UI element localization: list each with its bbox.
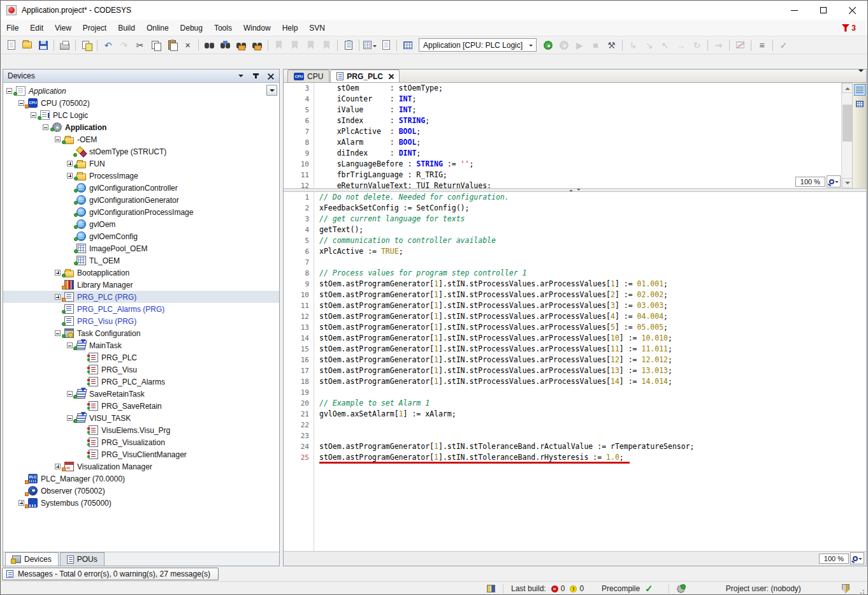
tree-item-imagepool-oem[interactable]: ImagePool_OEM [3, 242, 279, 254]
tree-item-library-manager[interactable]: Library Manager [3, 279, 279, 291]
editor-tab-cpu[interactable]: CPU [287, 70, 329, 82]
active-application-combobox[interactable]: Application [CPU: PLC Logic] [419, 38, 537, 52]
display-mode-button[interactable]: ≡ [755, 38, 769, 52]
replace-in-project-button[interactable] [250, 38, 264, 52]
menu-svn[interactable]: SVN [303, 21, 331, 35]
redo-button[interactable]: ↷ [117, 38, 131, 52]
panel-close-button[interactable] [266, 71, 275, 80]
tree-item-visuelems-visu-prg[interactable]: VisuElems.Visu_Prg [3, 424, 279, 436]
devices-panel-header[interactable]: Devices [3, 70, 279, 83]
tree-item-visu-task[interactable]: VISU_TASK [3, 412, 279, 424]
menu-help[interactable]: Help [277, 21, 304, 35]
expand-icon[interactable] [67, 173, 73, 179]
implementation-editor[interactable]: 1// Do not delete. Needed for configurat… [284, 192, 866, 552]
tree-item-bootapplication[interactable]: Bootapplication [3, 267, 279, 279]
maximize-button[interactable] [809, 1, 838, 20]
messages-bar[interactable]: Messages - Total 0 error(s), 0 warning(s… [2, 568, 219, 580]
undo-button[interactable]: ↶ [101, 38, 115, 52]
bottom-tab-devices[interactable]: Devices [5, 552, 59, 566]
bottom-tab-pous[interactable]: POUs [60, 552, 105, 566]
textual-view-button[interactable] [854, 84, 865, 96]
collapse-icon[interactable] [43, 124, 48, 130]
panel-menu-button[interactable] [236, 71, 245, 80]
paste-button[interactable] [164, 38, 179, 52]
tree-item-oem[interactable]: -OEM [3, 133, 279, 145]
implementation-zoom-button[interactable] [850, 552, 864, 564]
collapse-icon[interactable] [55, 136, 61, 142]
collapse-icon[interactable] [31, 112, 36, 118]
resize-grip[interactable] [860, 588, 866, 594]
scroll-up-button[interactable] [842, 83, 853, 93]
tree-item-prg-visuclientmanager[interactable]: PRG_VisuClientManager [3, 448, 279, 460]
tree-item-observer-705002[interactable]: Observer (705002) [3, 485, 279, 497]
start-button[interactable]: ▶ [572, 38, 587, 52]
expand-icon[interactable] [67, 161, 73, 166]
previous-bookmark-button[interactable] [287, 38, 302, 52]
tree-item-prg-plc-prg[interactable]: PRG_PLC (PRG) [3, 291, 279, 303]
tree-item-prg-saveretain[interactable]: PRG_SaveRetain [3, 400, 279, 412]
expand-icon[interactable] [55, 294, 61, 300]
tree-item-fun[interactable]: FUN [3, 158, 279, 170]
step-into-button[interactable]: ↘ [642, 38, 656, 52]
menu-view[interactable]: View [49, 21, 77, 35]
tree-item-systembus-705000[interactable]: Systembus (705000) [3, 497, 279, 509]
tree-item-processimage[interactable]: ProcessImage [3, 170, 279, 182]
tree-item-prg-visualization[interactable]: PRG_Visualization [3, 436, 279, 448]
insert-device-button[interactable] [363, 38, 377, 52]
tree-item-tl-oem[interactable]: TL_OEM [3, 254, 279, 267]
find-in-project-button[interactable] [234, 38, 249, 52]
flow-control-button[interactable]: ⇒ [711, 38, 726, 52]
precompile-messages-badge[interactable]: 3 [841, 24, 856, 33]
declaration-editor[interactable]: 3 stOem : stOemType;4 iCounter : INT;5 i… [284, 83, 841, 188]
collapse-icon[interactable] [6, 88, 12, 94]
find-button[interactable] [202, 38, 217, 52]
collapse-icon[interactable] [67, 415, 73, 421]
stop-button[interactable]: ■ [588, 38, 603, 52]
minimize-button[interactable] [779, 1, 809, 20]
step-over-button[interactable]: ↳ [626, 38, 640, 52]
tree-item-prg-plc-alarms-prg[interactable]: PRG_PLC_Alarms (PRG) [3, 303, 279, 315]
tree-item-gvlconfigurationgenerator[interactable]: gvlConfigurationGenerator [3, 194, 279, 206]
tree-item-prg-plc[interactable]: PRG_PLC [3, 351, 279, 364]
editor-tab-prg-plc[interactable]: PRG_PLC [330, 70, 400, 82]
close-button[interactable] [838, 1, 867, 20]
tree-item-gvloem[interactable]: gvlOem [3, 218, 279, 230]
expand-icon[interactable] [18, 500, 24, 506]
expand-icon[interactable] [55, 270, 61, 275]
implementation-zoom-level[interactable]: 100 % [819, 554, 849, 564]
print-button[interactable] [57, 38, 72, 52]
tree-item-cpu-705002[interactable]: CPU (705002) [3, 97, 279, 109]
tree-item-task-configuration[interactable]: Task Configuration [3, 327, 279, 339]
panel-pin-button[interactable] [251, 71, 260, 80]
tab-close-icon[interactable] [388, 74, 393, 79]
tree-item-visualization-manager[interactable]: Visualization Manager [3, 460, 279, 473]
tree-item-application[interactable]: Application [3, 85, 279, 97]
device-table-button[interactable] [400, 38, 415, 52]
scrollbar-thumb[interactable] [843, 105, 852, 142]
open-project-button[interactable] [20, 38, 34, 52]
collapse-icon[interactable] [55, 330, 61, 336]
copy-object-button[interactable] [79, 38, 94, 52]
tree-item-saveretaintask[interactable]: SaveRetainTask [3, 388, 279, 400]
menu-project[interactable]: Project [77, 21, 112, 35]
collapse-icon[interactable] [18, 100, 24, 106]
tree-item-plc-logic[interactable]: PLC Logic [3, 109, 279, 121]
toggle-bookmark-button[interactable] [271, 38, 286, 52]
tree-item-prg-visu-prg[interactable]: PRG_Visu (PRG) [3, 315, 279, 327]
next-bookmark-button[interactable] [303, 38, 318, 52]
menu-window[interactable]: Window [238, 21, 277, 35]
run-to-cursor-button[interactable]: → [674, 38, 688, 52]
tree-item-prg-visu[interactable]: PRG_Visu [3, 364, 279, 376]
declaration-zoom-button[interactable] [827, 175, 841, 187]
save-button[interactable] [36, 38, 50, 52]
tree-item-stoemtype-struct[interactable]: stOemType (STRUCT) [3, 145, 279, 158]
clear-bookmarks-button[interactable] [319, 38, 334, 52]
menu-online[interactable]: Online [141, 21, 175, 35]
menu-debug[interactable]: Debug [175, 21, 208, 35]
replace-button[interactable] [218, 38, 233, 52]
tree-item-gvloemconfig[interactable]: gvlOemConfig [3, 230, 279, 242]
copy-button[interactable] [148, 38, 163, 52]
logout-button[interactable] [556, 38, 571, 52]
cut-button[interactable]: ✂ [133, 38, 147, 52]
tree-item-gvlconfigurationcontroller[interactable]: gvlConfigurationController [3, 182, 279, 194]
